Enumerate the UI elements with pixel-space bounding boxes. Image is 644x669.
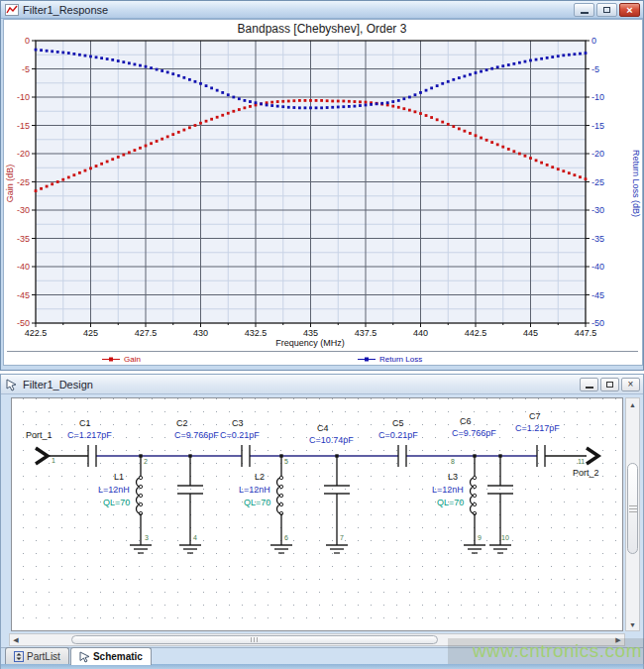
- close-icon[interactable]: ×: [621, 378, 640, 391]
- svg-text:L=12nH: L=12nH: [432, 485, 464, 495]
- tab-schematic[interactable]: Schematic: [70, 647, 152, 665]
- svg-text:C=0.21pF: C=0.21pF: [378, 430, 418, 440]
- svg-text:4: 4: [193, 534, 197, 541]
- svg-text:-25: -25: [591, 177, 604, 187]
- svg-text:0: 0: [591, 36, 596, 46]
- svg-text:C1: C1: [79, 418, 91, 428]
- tab-schematic-label: Schematic: [93, 651, 143, 662]
- svg-text:425: 425: [83, 328, 98, 338]
- tab-partlist-label: PartList: [27, 651, 60, 662]
- svg-text:QL=70: QL=70: [103, 498, 130, 507]
- horizontal-scroll-thumb[interactable]: [71, 635, 438, 644]
- svg-text:447.5: 447.5: [575, 328, 597, 338]
- svg-text:6: 6: [284, 534, 288, 541]
- svg-text:430: 430: [193, 328, 208, 338]
- scroll-left-icon[interactable]: ◀: [10, 634, 22, 645]
- response-titlebar[interactable]: Filter1_Response ×: [1, 1, 643, 19]
- design-window-title: Filter1_Design: [23, 379, 580, 390]
- svg-text:QL=70: QL=70: [244, 498, 270, 507]
- svg-text:L3: L3: [448, 472, 458, 482]
- minimize-icon[interactable]: [574, 3, 594, 17]
- response-window-bottom-frame: [3, 365, 643, 370]
- svg-text:-15: -15: [591, 121, 604, 131]
- svg-text:0: 0: [25, 36, 30, 46]
- scroll-down-icon[interactable]: ▼: [626, 618, 639, 630]
- filter1-response-window: Filter1_Response × Bandpass [Chebyshev],…: [0, 0, 644, 371]
- schematic-icon: [79, 651, 90, 663]
- svg-text:445: 445: [523, 328, 538, 338]
- svg-text:C7: C7: [529, 411, 541, 421]
- svg-text:-40: -40: [17, 262, 30, 272]
- svg-text:C5: C5: [392, 418, 404, 428]
- return-loss-legend-label: Return Loss: [379, 355, 422, 364]
- desktop: Filter1_Response × Bandpass [Chebyshev],…: [0, 0, 644, 669]
- scroll-up-icon[interactable]: ▲: [626, 398, 639, 410]
- svg-text:-10: -10: [591, 92, 604, 102]
- svg-text:-45: -45: [17, 290, 30, 300]
- svg-text:11: 11: [578, 458, 585, 465]
- svg-text:-45: -45: [591, 290, 604, 300]
- minimize-icon[interactable]: [580, 378, 598, 391]
- vertical-scrollbar[interactable]: ▲ ▼: [625, 397, 640, 631]
- gain-legend-marker-icon: [102, 356, 120, 363]
- legend-return-loss: Return Loss: [358, 354, 422, 365]
- design-titlebar[interactable]: Filter1_Design ×: [1, 375, 643, 394]
- svg-text:-5: -5: [591, 64, 599, 74]
- vertical-scroll-thumb[interactable]: [627, 463, 638, 554]
- svg-text:9: 9: [478, 534, 482, 541]
- restore-icon[interactable]: [596, 3, 617, 17]
- legend-separator: [7, 351, 638, 352]
- svg-text:C3: C3: [232, 418, 244, 428]
- legend-gain: Gain: [102, 354, 141, 365]
- svg-text:-30: -30: [17, 205, 30, 215]
- gain-axis-label: Gain (dB): [5, 149, 15, 218]
- svg-text:C=9.766pF: C=9.766pF: [174, 430, 219, 440]
- svg-text:C=0.21pF: C=0.21pF: [220, 430, 260, 440]
- svg-text:2: 2: [144, 458, 148, 465]
- restore-icon[interactable]: [600, 378, 619, 391]
- svg-text:C2: C2: [176, 418, 188, 428]
- svg-text:L=12nH: L=12nH: [239, 485, 270, 495]
- close-icon[interactable]: ×: [619, 3, 640, 17]
- svg-text:Port_2: Port_2: [573, 468, 599, 478]
- svg-text:440: 440: [413, 328, 428, 338]
- svg-text:-20: -20: [591, 149, 604, 159]
- svg-text:7: 7: [340, 534, 344, 541]
- return-loss-axis-label: Return Loss (dB): [631, 144, 641, 223]
- svg-text:-5: -5: [22, 64, 30, 74]
- svg-text:-35: -35: [17, 234, 30, 244]
- svg-text:10: 10: [501, 534, 509, 541]
- svg-text:Port_1: Port_1: [26, 430, 53, 440]
- schematic-canvas[interactable]: Port_1Port_2C1C=1.217pFC2C=9.766pFC3C=0.…: [11, 397, 623, 631]
- svg-text:-15: -15: [17, 121, 30, 131]
- svg-text:427.5: 427.5: [135, 328, 158, 338]
- svg-text:422.5: 422.5: [25, 328, 48, 338]
- svg-text:435: 435: [303, 328, 318, 338]
- tab-partlist[interactable]: PartList: [5, 647, 69, 664]
- tab-bar: PartList Schematic: [5, 647, 152, 664]
- svg-text:C=10.74pF: C=10.74pF: [309, 435, 354, 445]
- svg-text:C=1.217pF: C=1.217pF: [67, 430, 112, 440]
- filter1-design-window: Filter1_Design × Port_1Port_2C1C=1.217pF…: [0, 374, 644, 669]
- svg-text:3: 3: [145, 534, 149, 541]
- response-window-icon: [4, 3, 19, 16]
- svg-text:QL=70: QL=70: [437, 498, 464, 507]
- svg-text:-30: -30: [591, 205, 604, 215]
- response-chart-plot[interactable]: 422.5425427.5430432.5435437.5440442.5445…: [1, 19, 644, 371]
- design-window-icon: [4, 378, 19, 390]
- svg-text:L1: L1: [114, 472, 124, 482]
- return-loss-legend-marker-icon: [358, 356, 376, 363]
- svg-text:-10: -10: [17, 92, 30, 102]
- svg-text:L=12nH: L=12nH: [98, 485, 130, 495]
- svg-text:-50: -50: [591, 318, 604, 328]
- svg-text:-40: -40: [591, 262, 604, 272]
- svg-text:-50: -50: [17, 318, 30, 328]
- svg-text:437.5: 437.5: [355, 328, 377, 338]
- svg-text:-20: -20: [17, 149, 30, 159]
- partlist-icon: [14, 651, 24, 662]
- svg-text:-35: -35: [591, 234, 604, 244]
- watermark: www.cntronics.com: [444, 640, 642, 662]
- svg-text:432.5: 432.5: [245, 328, 268, 338]
- frequency-axis-label: Frequency (MHz): [1, 338, 619, 348]
- svg-text:L2: L2: [255, 472, 265, 482]
